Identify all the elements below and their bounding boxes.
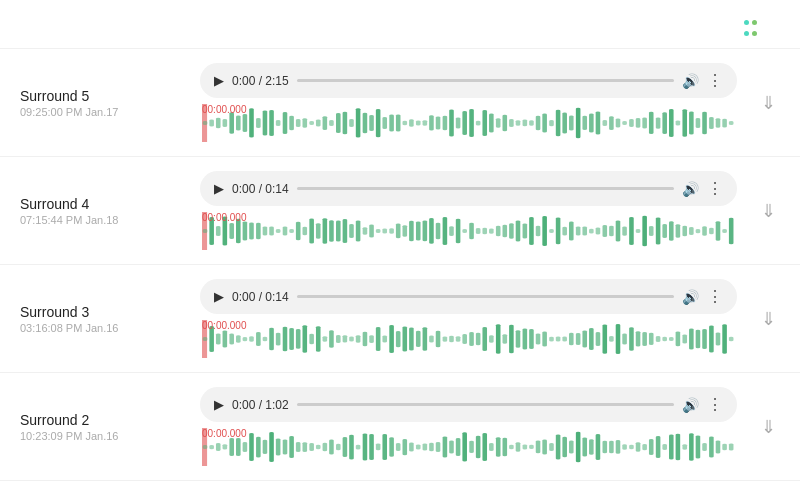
svg-rect-119 (449, 226, 454, 236)
svg-rect-317 (689, 433, 694, 461)
play-button[interactable]: ▶ (214, 397, 224, 412)
download-button[interactable]: ⇓ (757, 412, 780, 442)
volume-icon[interactable]: 🔊 (682, 73, 699, 89)
svg-rect-199 (443, 336, 448, 341)
svg-rect-127 (503, 225, 508, 238)
svg-rect-238 (702, 329, 707, 349)
svg-rect-245 (209, 445, 214, 449)
svg-rect-229 (642, 332, 647, 346)
svg-rect-276 (416, 445, 421, 450)
svg-rect-299 (569, 441, 574, 454)
svg-rect-232 (662, 337, 667, 342)
more-options-icon[interactable]: ⋮ (707, 179, 723, 198)
volume-icon[interactable]: 🔊 (682, 289, 699, 305)
close-button[interactable] (772, 26, 780, 30)
svg-rect-108 (376, 229, 381, 233)
svg-rect-43 (482, 110, 487, 136)
svg-rect-24 (356, 108, 361, 137)
svg-rect-9 (256, 118, 261, 128)
more-options-icon[interactable]: ⋮ (707, 287, 723, 306)
svg-rect-154 (682, 226, 687, 237)
svg-rect-223 (603, 324, 608, 353)
svg-rect-107 (369, 224, 374, 237)
waveform-container: 00:00.000 (200, 104, 737, 142)
time-display: 0:00 / 0:14 (232, 290, 289, 304)
play-button[interactable]: ▶ (214, 181, 224, 196)
item-info: Surround 5 09:25:00 PM Jan.17 (20, 88, 180, 118)
waveform-svg (202, 320, 735, 358)
svg-rect-55 (562, 112, 567, 133)
svg-rect-306 (616, 440, 621, 454)
progress-bar[interactable] (297, 295, 674, 298)
progress-bar[interactable] (297, 403, 674, 406)
svg-rect-7 (243, 114, 248, 132)
svg-rect-279 (436, 442, 441, 452)
svg-rect-309 (636, 442, 641, 452)
svg-rect-22 (343, 112, 348, 135)
svg-rect-219 (576, 333, 581, 345)
svg-rect-131 (529, 217, 534, 245)
svg-rect-208 (503, 334, 508, 344)
svg-rect-181 (323, 336, 328, 342)
download-button[interactable]: ⇓ (757, 304, 780, 334)
svg-rect-292 (523, 445, 528, 450)
svg-rect-128 (509, 223, 514, 238)
svg-rect-137 (569, 222, 574, 241)
svg-rect-156 (696, 229, 701, 233)
svg-rect-18 (316, 119, 321, 126)
play-button[interactable]: ▶ (214, 73, 224, 88)
svg-rect-186 (356, 335, 361, 343)
volume-icon[interactable]: 🔊 (682, 181, 699, 197)
svg-rect-86 (229, 223, 234, 239)
svg-rect-99 (316, 223, 321, 239)
list-item: Surround 4 07:15:44 PM Jan.18 ▶ 0:00 / 0… (0, 157, 800, 265)
svg-rect-196 (423, 327, 428, 350)
time-display: 0:00 / 0:14 (232, 182, 289, 196)
svg-rect-215 (549, 337, 554, 342)
svg-rect-300 (576, 432, 581, 462)
svg-rect-230 (649, 333, 654, 345)
svg-rect-320 (709, 437, 714, 458)
svg-rect-158 (709, 228, 714, 235)
svg-rect-91 (263, 227, 268, 236)
item-info: Surround 2 10:23:09 PM Jan.16 (20, 412, 180, 442)
waveform-container: 00:00.000 (200, 212, 737, 250)
svg-rect-262 (323, 443, 328, 452)
svg-rect-195 (416, 331, 421, 347)
download-button[interactable]: ⇓ (757, 196, 780, 226)
item-controls: ▶ 0:00 / 1:02 🔊 ⋮ 00:00.000 (200, 387, 737, 466)
more-options-icon[interactable]: ⋮ (707, 71, 723, 90)
svg-rect-89 (249, 223, 254, 240)
play-button[interactable]: ▶ (214, 289, 224, 304)
volume-icon[interactable]: 🔊 (682, 397, 699, 413)
svg-rect-28 (382, 117, 387, 129)
svg-rect-11 (269, 110, 274, 136)
svg-rect-135 (556, 218, 561, 245)
download-button[interactable]: ⇓ (757, 88, 780, 118)
svg-rect-64 (622, 121, 627, 125)
progress-bar[interactable] (297, 187, 674, 190)
item-controls: ▶ 0:00 / 0:14 🔊 ⋮ 00:00.000 (200, 279, 737, 358)
audio-player: ▶ 0:00 / 1:02 🔊 ⋮ (200, 387, 737, 422)
svg-rect-116 (429, 218, 434, 244)
svg-rect-194 (409, 327, 414, 350)
svg-rect-294 (536, 441, 541, 454)
svg-rect-236 (689, 329, 694, 350)
svg-rect-33 (416, 121, 421, 126)
more-options-icon[interactable]: ⋮ (707, 395, 723, 414)
svg-rect-145 (622, 226, 627, 235)
waveform-svg (202, 212, 735, 250)
svg-rect-252 (256, 437, 261, 458)
svg-rect-296 (549, 443, 554, 451)
svg-rect-298 (562, 437, 567, 458)
svg-rect-69 (656, 117, 661, 128)
svg-rect-125 (489, 228, 494, 233)
svg-rect-63 (616, 118, 621, 127)
svg-rect-322 (722, 444, 727, 451)
progress-bar[interactable] (297, 79, 674, 82)
svg-rect-129 (516, 220, 521, 241)
grid-dots-icon[interactable] (740, 18, 760, 38)
svg-rect-121 (462, 229, 467, 233)
item-title: Surround 3 (20, 304, 180, 320)
svg-rect-235 (682, 334, 687, 343)
